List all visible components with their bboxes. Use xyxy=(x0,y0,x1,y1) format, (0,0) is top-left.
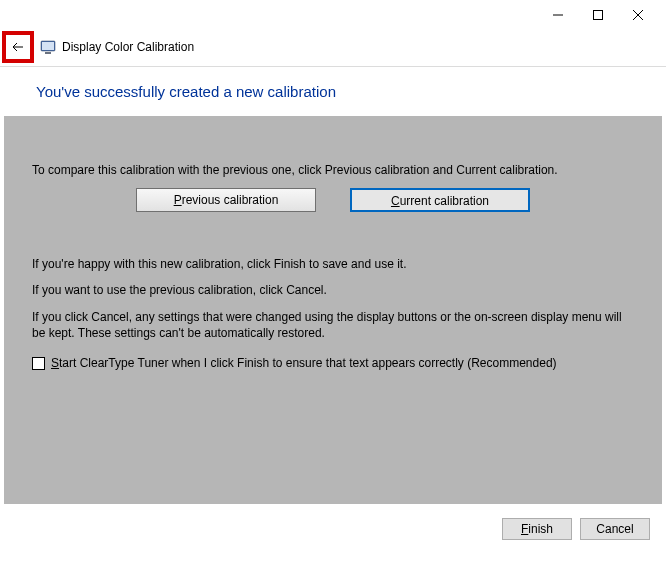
svg-rect-6 xyxy=(42,42,54,50)
back-highlight-box xyxy=(2,31,34,63)
current-calibration-button[interactable]: Current calibration xyxy=(350,188,530,212)
cleartype-label: Start ClearType Tuner when I click Finis… xyxy=(51,355,557,371)
page-heading: You've successfully created a new calibr… xyxy=(0,67,666,116)
close-button[interactable] xyxy=(618,1,658,29)
cancel-instruction-text: If you want to use the previous calibrat… xyxy=(32,282,634,298)
app-title: Display Color Calibration xyxy=(62,40,194,54)
header-row: Display Color Calibration xyxy=(0,30,666,64)
minimize-button[interactable] xyxy=(538,1,578,29)
intro-text: To compare this calibration with the pre… xyxy=(32,162,634,178)
back-button[interactable] xyxy=(8,37,28,57)
previous-calibration-button[interactable]: Previous calibration xyxy=(136,188,316,212)
back-arrow-icon xyxy=(10,39,26,55)
svg-rect-7 xyxy=(45,52,51,54)
finish-button[interactable]: Finish xyxy=(502,518,572,540)
cancel-note-text: If you click Cancel, any settings that w… xyxy=(32,309,634,341)
cancel-button[interactable]: Cancel xyxy=(580,518,650,540)
maximize-button[interactable] xyxy=(578,1,618,29)
cleartype-checkbox[interactable] xyxy=(32,357,45,370)
svg-rect-1 xyxy=(594,11,603,20)
content-area: To compare this calibration with the pre… xyxy=(4,116,662,504)
footer: Finish Cancel xyxy=(0,504,666,540)
finish-instruction-text: If you're happy with this new calibratio… xyxy=(32,256,634,272)
title-bar xyxy=(0,0,666,30)
calibration-button-row: Previous calibration Current calibration xyxy=(32,188,634,212)
app-icon xyxy=(40,39,56,55)
cleartype-option-row: Start ClearType Tuner when I click Finis… xyxy=(32,355,634,371)
